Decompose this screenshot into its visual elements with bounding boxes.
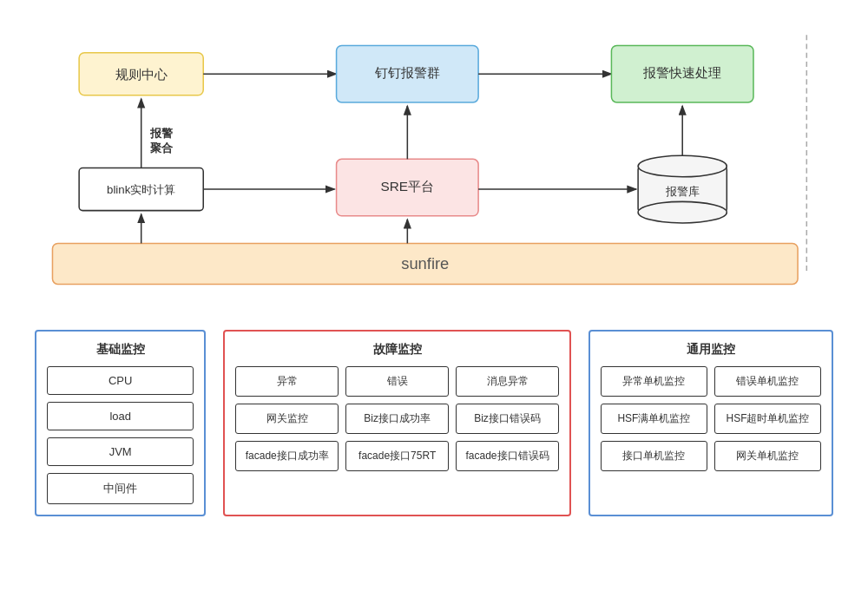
panel3-row2: HSF满单机监控 HSF超时单机监控 — [601, 404, 821, 434]
diagram-svg: 规则中心 钉钉报警群 报警快速处理 blink实时计算 报警 聚合 SRE平台 — [35, 26, 833, 301]
panel3-title: 通用监控 — [601, 342, 821, 358]
panel-general-monitor: 通用监控 异常单机监控 错误单机监控 HSF满单机监控 HSF超时单机监控 接口… — [589, 330, 833, 516]
panel3-row3: 接口单机监控 网关单机监控 — [601, 441, 821, 471]
panel2-row3: facade接口成功率 facade接口75RT facade接口错误码 — [235, 441, 559, 471]
panel1-item-cpu: CPU — [47, 366, 194, 395]
box6-label: 报警库 — [665, 185, 700, 198]
panel3-content: 异常单机监控 错误单机监控 HSF满单机监控 HSF超时单机监控 接口单机监控 … — [601, 366, 821, 471]
alert-label2: 聚合 — [150, 141, 174, 154]
panel2-item-biz-error: Biz接口错误码 — [456, 404, 559, 434]
sunfire-label: sunfire — [401, 254, 449, 273]
panel2-item-facade-error: facade接口错误码 — [456, 441, 559, 471]
panel2-item-msg-exception: 消息异常 — [456, 366, 559, 397]
panel-basic-monitor: 基础监控 CPU load JVM 中间件 — [35, 330, 206, 516]
panel3-item-exception-single: 异常单机监控 — [601, 366, 707, 397]
panel2-row1: 异常 错误 消息异常 — [235, 366, 559, 397]
box1-label: 规则中心 — [115, 67, 168, 82]
panel1-item-jvm: JVM — [47, 437, 194, 466]
panel2-content: 异常 错误 消息异常 网关监控 Biz接口成功率 Biz接口错误码 facade… — [235, 366, 559, 471]
alert-label: 报警 — [149, 127, 174, 140]
panel2-row2: 网关监控 Biz接口成功率 Biz接口错误码 — [235, 404, 559, 434]
panel1-title: 基础监控 — [47, 342, 194, 358]
panel2-item-error: 错误 — [345, 366, 449, 397]
box5-label: SRE平台 — [381, 179, 435, 194]
panel1-item-middleware: 中间件 — [47, 473, 194, 504]
panel2-item-facade-75rt: facade接口75RT — [345, 441, 449, 471]
panel3-item-hsf-timeout: HSF超时单机监控 — [714, 404, 821, 434]
svg-point-12 — [638, 201, 727, 223]
panel1-item-load: load — [47, 402, 194, 430]
panel3-item-gateway-single: 网关单机监控 — [714, 441, 821, 471]
panel3-item-hsf-full: HSF满单机监控 — [601, 404, 707, 434]
panel1-items: CPU load JVM 中间件 — [47, 366, 194, 504]
box3-label: 报警快速处理 — [642, 65, 721, 80]
panel2-item-facade-success: facade接口成功率 — [235, 441, 339, 471]
panel2-item-gateway: 网关监控 — [235, 404, 339, 434]
svg-point-11 — [638, 155, 727, 177]
box2-label: 钉钉报警群 — [374, 65, 440, 80]
box4-label: blink实时计算 — [107, 183, 175, 196]
panel3-item-error-single: 错误单机监控 — [714, 366, 821, 397]
panel3-row1: 异常单机监控 错误单机监控 — [601, 366, 821, 397]
panel2-title: 故障监控 — [235, 342, 559, 358]
bottom-section: 基础监控 CPU load JVM 中间件 故障监控 异常 错误 消息异常 网关… — [17, 312, 851, 525]
panel-fault-monitor: 故障监控 异常 错误 消息异常 网关监控 Biz接口成功率 Biz接口错误码 f… — [223, 330, 571, 516]
diagram-container: 规则中心 钉钉报警群 报警快速处理 blink实时计算 报警 聚合 SRE平台 — [17, 17, 851, 312]
panel2-item-exception: 异常 — [235, 366, 339, 397]
panel2-item-biz-success: Biz接口成功率 — [345, 404, 449, 434]
panel3-item-interface-single: 接口单机监控 — [601, 441, 707, 471]
